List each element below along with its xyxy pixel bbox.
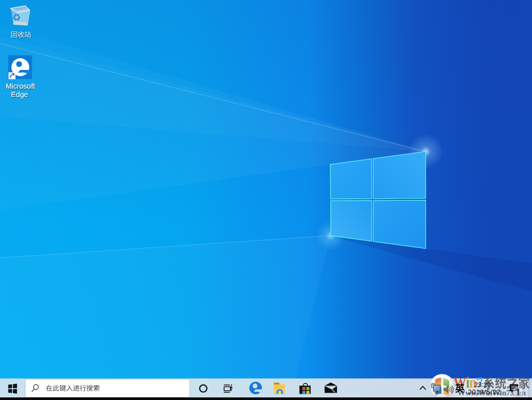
svg-text:2019/5/22: 2019/5/22 (468, 388, 500, 396)
svg-text:1: 1 (516, 387, 521, 397)
svg-text:Microsoft: Microsoft (6, 82, 35, 90)
svg-text:Edge: Edge (11, 90, 28, 99)
svg-text:23:20: 23:20 (474, 381, 491, 389)
